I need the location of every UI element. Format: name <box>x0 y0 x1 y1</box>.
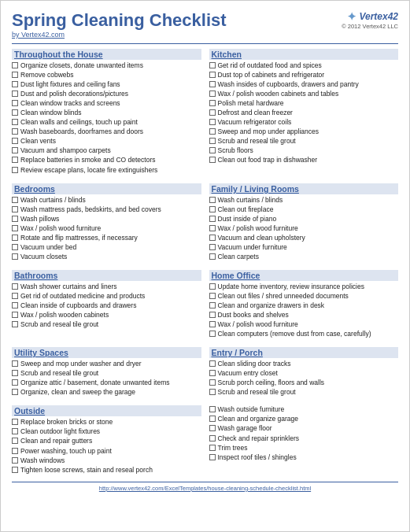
checkbox[interactable] <box>12 283 18 290</box>
item-text: Scrub and reseal tile grout <box>20 369 98 378</box>
checkbox[interactable] <box>12 109 18 116</box>
checkbox[interactable] <box>209 216 216 222</box>
checkbox[interactable] <box>209 235 216 241</box>
checkbox[interactable] <box>209 109 216 116</box>
checkbox[interactable] <box>209 197 216 203</box>
checkbox[interactable] <box>209 435 216 441</box>
checkbox[interactable] <box>12 428 18 434</box>
footer[interactable]: http://www.vertex42.com/ExcelTemplates/h… <box>12 482 398 492</box>
list-item: Dust light fixtures and ceiling fans <box>12 80 201 89</box>
checkbox[interactable] <box>12 438 18 444</box>
list-item: Get rid of outdated medicine and product… <box>12 292 201 301</box>
checkbox[interactable] <box>12 253 18 260</box>
item-text: Vacuum refrigerator coils <box>218 118 292 127</box>
checkbox[interactable] <box>209 147 216 153</box>
checkbox[interactable] <box>209 406 216 412</box>
checkbox[interactable] <box>209 128 216 135</box>
checkbox[interactable] <box>12 206 18 212</box>
checkbox[interactable] <box>12 216 18 222</box>
item-text: Wax / polish wooden cabinets <box>20 311 109 320</box>
section-title-throughout: Throughout the House <box>12 49 201 60</box>
checkbox[interactable] <box>209 81 216 87</box>
checkbox[interactable] <box>12 81 18 87</box>
checkbox[interactable] <box>12 235 18 241</box>
checkbox[interactable] <box>209 283 216 290</box>
checkbox[interactable] <box>12 91 18 97</box>
list-item: Wax / polish wood furniture <box>209 320 399 329</box>
list-item: Clean out files / shred unneeded documen… <box>209 292 399 301</box>
list-item: Organize closets, donate unwanted items <box>12 61 201 70</box>
list-item: Organize attic / basement, donate unwant… <box>12 379 201 387</box>
list-item: Tighten loose screws, stain and reseal p… <box>12 466 201 475</box>
checkbox[interactable] <box>209 370 216 376</box>
checkbox[interactable] <box>209 360 216 367</box>
checkbox[interactable] <box>12 167 18 173</box>
list-item: Clean window blinds <box>12 109 201 117</box>
list-item: Wash outside furniture <box>209 405 399 414</box>
item-text: Wax / polish wood furniture <box>218 224 298 233</box>
checkbox[interactable] <box>12 321 18 327</box>
item-text: Polish metal hardware <box>218 99 284 108</box>
checkbox[interactable] <box>12 225 18 231</box>
checkbox[interactable] <box>12 302 18 308</box>
checkbox[interactable] <box>209 321 216 327</box>
list-item: Clean computers (remove dust from case, … <box>209 330 399 338</box>
checkbox[interactable] <box>209 244 216 250</box>
checkbox[interactable] <box>209 312 216 318</box>
checkbox[interactable] <box>209 293 216 299</box>
checkbox[interactable] <box>209 379 216 386</box>
checkbox[interactable] <box>12 467 18 473</box>
checkbox[interactable] <box>209 62 216 68</box>
item-text: Wash pillows <box>20 215 59 224</box>
checkbox[interactable] <box>12 128 18 135</box>
list-item: Vacuum and shampoo carpets <box>12 146 201 155</box>
checkbox[interactable] <box>209 119 216 125</box>
checkbox[interactable] <box>209 72 216 78</box>
checkbox[interactable] <box>209 389 216 395</box>
item-text: Clean out food trap in dishwasher <box>218 156 318 164</box>
checkbox[interactable] <box>209 425 216 431</box>
section-utility: Utility SpacesSweep and mop under washer… <box>12 347 201 397</box>
list-item: Replace batteries in smoke and CO detect… <box>12 156 201 164</box>
section-title-bathrooms: Bathrooms <box>12 270 201 281</box>
checkbox[interactable] <box>209 138 216 144</box>
checkbox[interactable] <box>12 293 18 299</box>
checkbox[interactable] <box>12 62 18 68</box>
checkbox[interactable] <box>209 91 216 97</box>
checkbox[interactable] <box>12 379 18 386</box>
checkbox[interactable] <box>12 147 18 153</box>
checkbox[interactable] <box>209 225 216 231</box>
logo: ✦ Vertex42 <box>347 10 398 23</box>
item-text: Clean out files / shred unneeded documen… <box>218 292 349 301</box>
checkbox[interactable] <box>12 457 18 464</box>
checkbox[interactable] <box>209 100 216 106</box>
checkbox[interactable] <box>12 197 18 203</box>
checkbox[interactable] <box>12 138 18 144</box>
checkbox[interactable] <box>12 419 18 425</box>
list-item: Vacuum and clean upholstery <box>209 234 399 242</box>
checkbox[interactable] <box>12 360 18 367</box>
footer-url[interactable]: http://www.vertex42.com/ExcelTemplates/h… <box>99 485 311 492</box>
checkbox[interactable] <box>12 312 18 318</box>
checkbox[interactable] <box>12 100 18 106</box>
list-item: Dust books and shelves <box>209 311 399 320</box>
checkbox[interactable] <box>209 206 216 212</box>
list-item: Wax / polish wood furniture <box>209 224 399 233</box>
checkbox[interactable] <box>12 370 18 376</box>
checkbox[interactable] <box>209 445 216 451</box>
list-item: Clean walls and ceilings, touch up paint <box>12 118 201 127</box>
list-item: Trim trees <box>209 444 399 453</box>
checkbox[interactable] <box>209 253 216 260</box>
list-item: Scrub and reseal tile grout <box>209 388 399 397</box>
checkbox[interactable] <box>12 389 18 395</box>
checkbox[interactable] <box>12 244 18 250</box>
checkbox[interactable] <box>209 331 216 337</box>
checkbox[interactable] <box>12 72 18 78</box>
checkbox[interactable] <box>12 119 18 125</box>
checkbox[interactable] <box>12 448 18 454</box>
checkbox[interactable] <box>209 157 216 163</box>
checkbox[interactable] <box>209 302 216 308</box>
checkbox[interactable] <box>209 454 216 460</box>
checkbox[interactable] <box>209 416 216 422</box>
checkbox[interactable] <box>12 157 18 163</box>
